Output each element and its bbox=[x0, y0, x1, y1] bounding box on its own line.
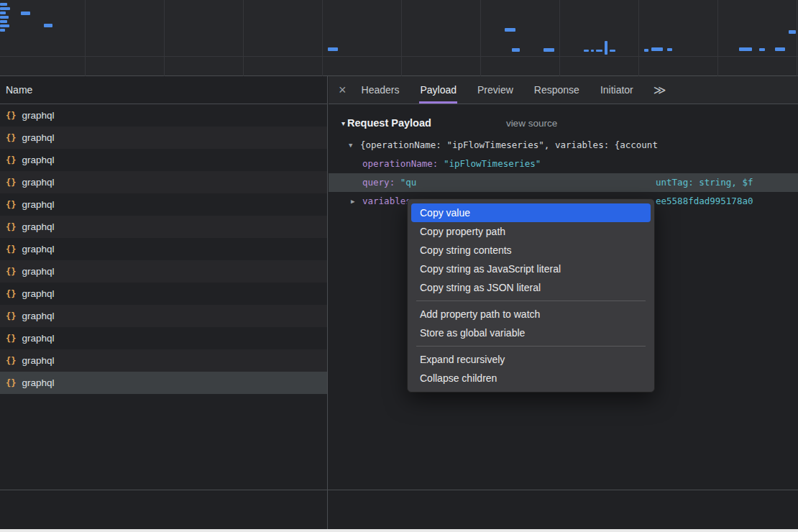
network-activity-bar bbox=[512, 48, 520, 52]
network-activity-bar bbox=[0, 24, 9, 27]
network-activity-bar bbox=[505, 28, 515, 32]
menu-item-copy-value[interactable]: Copy value bbox=[411, 203, 651, 222]
network-activity-bar bbox=[0, 7, 10, 10]
request-row[interactable]: {}graphql bbox=[0, 149, 327, 171]
menu-item-collapse-children[interactable]: Collapse children bbox=[411, 369, 651, 387]
payload-row-operationname[interactable]: operationName: "ipFlowTimeseries" bbox=[329, 155, 798, 173]
more-tabs-chevron-icon[interactable]: ≫ bbox=[653, 83, 666, 98]
timeline-gridline bbox=[717, 0, 718, 76]
fetch-icon: {} bbox=[6, 289, 16, 299]
timeline-gridline bbox=[85, 0, 86, 76]
window-bottom-strip bbox=[0, 529, 798, 532]
network-activity-bar bbox=[0, 12, 6, 14]
network-activity-bar bbox=[591, 50, 594, 52]
tree-toggle-icon[interactable]: ▶ bbox=[351, 192, 354, 211]
request-row[interactable]: {}graphql bbox=[0, 171, 327, 193]
network-activity-bar bbox=[775, 47, 785, 51]
timeline-gridline bbox=[797, 0, 797, 76]
request-name: graphql bbox=[22, 155, 54, 165]
tab-response[interactable]: Response bbox=[533, 76, 580, 104]
timeline-gridline bbox=[638, 0, 639, 76]
network-activity-bar bbox=[0, 29, 5, 32]
tree-toggle-icon[interactable]: ▼ bbox=[349, 136, 352, 155]
request-name: graphql bbox=[22, 221, 54, 232]
menu-item-copy-string-as-json-literal[interactable]: Copy string as JSON literal bbox=[411, 278, 651, 297]
tab-headers[interactable]: Headers bbox=[361, 76, 400, 104]
payload-value: "qu bbox=[400, 177, 417, 188]
request-name: graphql bbox=[22, 244, 54, 254]
request-row[interactable]: {}graphql bbox=[0, 327, 327, 349]
request-name: graphql bbox=[22, 311, 54, 321]
payload-preview-row[interactable]: ▼{operationName: "ipFlowTimeseries", var… bbox=[329, 136, 798, 155]
network-activity-bar bbox=[644, 49, 648, 52]
view-source-link[interactable]: view source bbox=[506, 118, 557, 129]
section-collapse-arrow-icon[interactable]: ▾ bbox=[341, 119, 345, 127]
tab-initiator[interactable]: Initiator bbox=[600, 76, 634, 104]
request-row[interactable]: {}graphql bbox=[0, 104, 327, 127]
payload-row-query[interactable]: query: "quuntTag: string, $f bbox=[329, 173, 798, 192]
request-row[interactable]: {}graphql bbox=[0, 238, 327, 260]
tab-preview[interactable]: Preview bbox=[477, 76, 514, 104]
payload-key: operationName: bbox=[362, 158, 444, 169]
detail-tab-bar: × HeadersPayloadPreviewResponseInitiator… bbox=[329, 76, 798, 104]
menu-item-copy-property-path[interactable]: Copy property path bbox=[411, 222, 651, 241]
network-activity-bar bbox=[44, 24, 52, 27]
timeline-gridline bbox=[559, 0, 560, 76]
fetch-icon: {} bbox=[6, 200, 16, 210]
timeline-gridline bbox=[322, 0, 323, 76]
network-activity-bar bbox=[584, 50, 589, 52]
request-name: graphql bbox=[22, 355, 54, 366]
close-icon[interactable]: × bbox=[339, 83, 347, 98]
context-menu: Copy valueCopy property pathCopy string … bbox=[407, 198, 655, 393]
network-activity-bar bbox=[789, 30, 796, 34]
fetch-icon: {} bbox=[6, 155, 16, 165]
requests-panel: Name {}graphql{}graphql{}graphql{}graphq… bbox=[0, 76, 328, 532]
request-row[interactable]: {}graphql bbox=[0, 193, 327, 216]
network-activity-bar bbox=[544, 48, 554, 52]
menu-item-copy-string-as-javascript-literal[interactable]: Copy string as JavaScript literal bbox=[411, 260, 651, 278]
payload-preview-text: {operationName: "ipFlowTimeseries", vari… bbox=[360, 139, 658, 150]
timeline-gridline bbox=[164, 0, 165, 76]
menu-item-copy-string-contents[interactable]: Copy string contents bbox=[411, 241, 651, 260]
fetch-icon: {} bbox=[6, 267, 16, 277]
fetch-icon: {} bbox=[6, 133, 16, 143]
network-activity-bar bbox=[605, 41, 607, 55]
network-activity-bar bbox=[739, 47, 752, 51]
fetch-icon: {} bbox=[6, 222, 16, 232]
request-row[interactable]: {}graphql bbox=[0, 260, 327, 283]
request-payload-section-header[interactable]: ▾ Request Payload view source bbox=[329, 113, 798, 133]
menu-item-store-as-global-variable[interactable]: Store as global variable bbox=[411, 324, 651, 342]
payload-value-fragment: untTag: string, $f bbox=[656, 173, 753, 192]
fetch-icon: {} bbox=[6, 356, 16, 366]
timeline-overview[interactable] bbox=[0, 0, 798, 76]
fetch-icon: {} bbox=[6, 178, 16, 188]
network-activity-bar bbox=[596, 50, 602, 52]
network-activity-bar bbox=[610, 50, 615, 52]
network-activity-bar bbox=[759, 48, 765, 51]
request-name: graphql bbox=[22, 132, 54, 143]
network-activity-bar bbox=[0, 3, 7, 6]
timeline-gridline bbox=[480, 0, 481, 76]
request-row[interactable]: {}graphql bbox=[0, 305, 327, 327]
network-activity-bar bbox=[667, 48, 672, 51]
payload-key: query: bbox=[362, 177, 400, 188]
request-row[interactable]: {}graphql bbox=[0, 127, 327, 149]
menu-item-add-property-path-to-watch[interactable]: Add property path to watch bbox=[411, 305, 651, 324]
network-activity-bar bbox=[651, 47, 663, 51]
fetch-icon: {} bbox=[6, 111, 16, 121]
request-row[interactable]: {}graphql bbox=[0, 349, 327, 372]
payload-section-title: Request Payload bbox=[347, 117, 431, 129]
request-name: graphql bbox=[22, 177, 54, 188]
menu-item-expand-recursively[interactable]: Expand recursively bbox=[411, 350, 651, 369]
request-name: graphql bbox=[22, 288, 54, 299]
request-row[interactable]: {}graphql bbox=[0, 372, 327, 394]
network-activity-bar bbox=[0, 16, 9, 19]
tab-payload[interactable]: Payload bbox=[419, 76, 457, 104]
request-row[interactable]: {}graphql bbox=[0, 283, 327, 305]
network-activity-bar bbox=[21, 12, 30, 15]
menu-separator bbox=[416, 346, 646, 347]
name-column-header[interactable]: Name bbox=[0, 76, 327, 104]
timeline-gridline bbox=[243, 0, 244, 76]
request-name: graphql bbox=[22, 110, 54, 121]
request-row[interactable]: {}graphql bbox=[0, 216, 327, 238]
